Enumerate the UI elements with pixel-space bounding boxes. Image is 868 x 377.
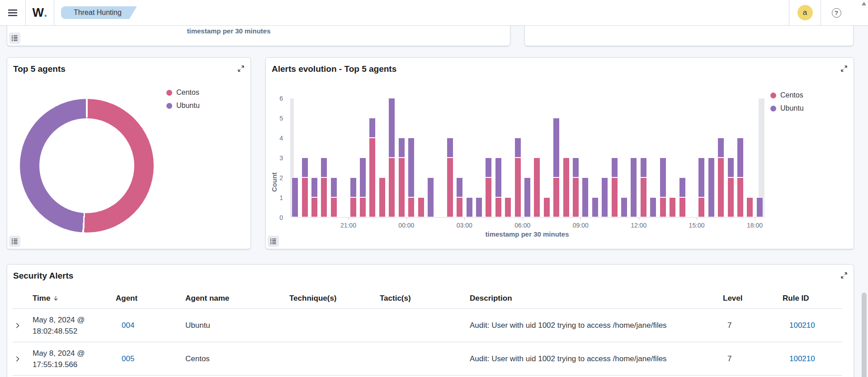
bar-segment-centos[interactable] — [379, 177, 386, 217]
bar-segment-ubuntu[interactable] — [321, 158, 327, 177]
header-cell-agent[interactable]: Agent — [116, 294, 185, 303]
agent-link[interactable]: 004 — [122, 321, 134, 330]
bar-segment-ubuntu[interactable] — [302, 158, 308, 177]
header-cell-agent-name[interactable]: Agent name — [185, 294, 289, 303]
bar-segment-ubuntu[interactable] — [679, 177, 686, 197]
bar-segment-centos[interactable] — [359, 197, 366, 217]
header-cell-time[interactable]: Time — [33, 294, 116, 303]
bar-segment-ubuntu[interactable] — [447, 138, 453, 158]
bar-segment-centos[interactable] — [717, 158, 724, 217]
bar-segment-centos[interactable] — [698, 197, 705, 217]
bar-segment-centos[interactable] — [514, 158, 521, 217]
bar-segment-ubuntu[interactable] — [582, 177, 589, 217]
expand-row-button[interactable] — [13, 322, 21, 329]
expand-icon[interactable] — [840, 271, 849, 279]
bar-segment-centos[interactable] — [418, 197, 425, 217]
bar-segment-ubuntu[interactable] — [408, 138, 415, 197]
bar-segment-centos[interactable] — [388, 158, 395, 217]
legend-item-ubuntu[interactable]: Ubuntu — [166, 102, 200, 110]
bar-segment-centos[interactable] — [737, 177, 744, 217]
bar-segment-ubuntu[interactable] — [592, 197, 599, 217]
bar-segment-centos[interactable] — [533, 158, 540, 217]
bar-segment-centos[interactable] — [350, 197, 357, 217]
legend-toggle-button[interactable] — [268, 236, 279, 247]
bar-segment-ubuntu[interactable] — [398, 138, 405, 158]
bar-segment-ubuntu[interactable] — [350, 177, 357, 197]
legend-item-centos[interactable]: Centos — [770, 91, 804, 99]
bar-segment-centos[interactable] — [553, 177, 560, 217]
bar-segment-ubuntu[interactable] — [369, 118, 376, 138]
bar-segment-centos[interactable] — [311, 197, 318, 217]
bar-segment-ubuntu[interactable] — [640, 158, 647, 177]
avatar[interactable]: a — [797, 5, 813, 20]
bar-segment-ubuntu[interactable] — [708, 158, 715, 217]
bar-segment-centos[interactable] — [572, 177, 579, 217]
bar-segment-ubuntu[interactable] — [388, 98, 395, 158]
bar-segment-ubuntu[interactable] — [611, 158, 618, 177]
bar-segment-centos[interactable] — [485, 177, 492, 217]
bar-segment-centos[interactable] — [456, 197, 463, 217]
bar-segment-centos[interactable] — [611, 177, 618, 217]
header-cell-technique-s-[interactable]: Technique(s) — [289, 294, 380, 303]
bar-segment-centos[interactable] — [505, 197, 511, 217]
bar-segment-ubuntu[interactable] — [466, 197, 473, 217]
bar-segment-ubuntu[interactable] — [514, 138, 521, 158]
legend-item-ubuntu[interactable]: Ubuntu — [770, 104, 804, 112]
bar-segment-centos[interactable] — [398, 158, 405, 217]
rule-id-link[interactable]: 100210 — [789, 321, 815, 330]
donut-chart-top-5-agents[interactable] — [20, 99, 154, 233]
bar-segment-ubuntu[interactable] — [485, 158, 492, 177]
bar-segment-centos[interactable] — [669, 197, 676, 217]
bar-segment-centos[interactable] — [447, 158, 453, 217]
scrollbar-up-arrow[interactable] — [862, 2, 866, 5]
bar-segment-centos[interactable] — [563, 158, 570, 217]
header-cell-tactic-s-[interactable]: Tactic(s) — [380, 294, 470, 303]
bar-segment-centos[interactable] — [727, 177, 734, 217]
bar-segment-ubuntu[interactable] — [456, 177, 463, 197]
bar-segment-ubuntu[interactable] — [601, 177, 608, 217]
header-cell-rule-id[interactable]: Rule ID — [783, 294, 837, 303]
bar-segment-ubuntu[interactable] — [292, 177, 298, 217]
expand-row-button[interactable] — [13, 356, 21, 362]
bar-segment-centos[interactable] — [321, 177, 327, 217]
bar-segment-ubuntu[interactable] — [756, 197, 763, 217]
legend-item-centos[interactable]: Centos — [166, 88, 200, 97]
bar-segment-ubuntu[interactable] — [311, 177, 318, 197]
header-cell-description[interactable]: Description — [470, 294, 723, 303]
wazuh-logo[interactable]: W. — [26, 0, 54, 25]
help-icon[interactable]: ? — [832, 8, 841, 18]
bar-segment-centos[interactable] — [679, 197, 686, 217]
bar-segment-centos[interactable] — [495, 197, 502, 217]
header-cell-level[interactable]: Level — [723, 294, 783, 303]
rule-id-link[interactable]: 100210 — [789, 354, 815, 363]
expand-icon[interactable] — [237, 65, 245, 73]
bar-segment-ubuntu[interactable] — [476, 197, 482, 217]
bar-segment-centos[interactable] — [660, 197, 666, 217]
legend-toggle-button[interactable] — [9, 33, 20, 44]
bar-segment-ubuntu[interactable] — [330, 177, 337, 197]
bar-segment-ubuntu[interactable] — [553, 118, 560, 177]
menu-button[interactable] — [0, 0, 25, 25]
bar-segment-ubuntu[interactable] — [650, 197, 656, 217]
bar-segment-ubuntu[interactable] — [495, 158, 502, 197]
legend-toggle-button[interactable] — [9, 236, 20, 247]
bar-segment-ubuntu[interactable] — [621, 197, 627, 217]
bar-segment-ubuntu[interactable] — [727, 158, 734, 177]
bar-segment-ubuntu[interactable] — [427, 177, 434, 217]
bar-segment-ubuntu[interactable] — [524, 177, 531, 217]
bar-segment-ubuntu[interactable] — [660, 158, 666, 197]
bar-segment-ubuntu[interactable] — [359, 158, 366, 197]
bar-segment-ubuntu[interactable] — [737, 138, 744, 177]
bar-segment-ubuntu[interactable] — [717, 138, 724, 158]
breadcrumb-threat-hunting[interactable]: Threat Hunting — [61, 6, 137, 19]
bar-segment-ubuntu[interactable] — [698, 158, 705, 197]
bar-segment-ubuntu[interactable] — [572, 158, 579, 177]
bar-segment-centos[interactable] — [408, 197, 415, 217]
bar-segment-centos[interactable] — [543, 197, 550, 217]
bar-segment-centos[interactable] — [302, 177, 308, 217]
agent-link[interactable]: 005 — [122, 354, 134, 363]
bar-segment-centos[interactable] — [746, 197, 753, 217]
scrollbar-thumb[interactable] — [862, 293, 867, 377]
bar-segment-centos[interactable] — [330, 197, 337, 217]
expand-icon[interactable] — [840, 65, 849, 73]
